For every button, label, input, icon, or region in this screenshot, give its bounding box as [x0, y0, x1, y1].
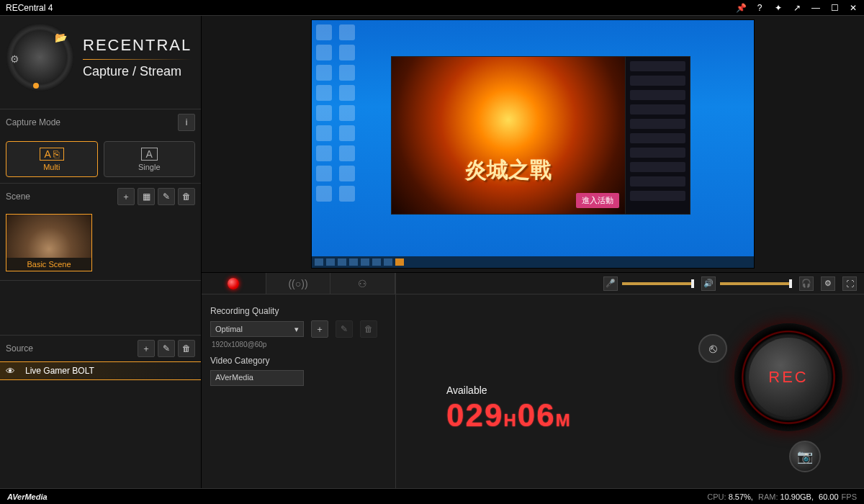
preview-area[interactable]: 炎城之戰 進入活動 — [202, 16, 864, 272]
content: 炎城之戰 進入活動 ((○)) ⚇ Recording Quality — [202, 16, 864, 488]
headphones-icon[interactable]: 🎧 — [799, 276, 814, 291]
footer-brand: AVerMedia — [7, 492, 48, 501]
source-head: Source ＋ ✎ 🗑 — [0, 336, 201, 361]
folder-icon[interactable]: 📂 — [55, 32, 67, 43]
single-icon: A — [141, 148, 158, 161]
minimize-icon[interactable]: — — [811, 3, 821, 13]
multi-icon: A ⎘ — [40, 148, 64, 161]
mixer-icon[interactable]: ⚙ — [821, 276, 835, 291]
quality-delete-button[interactable]: 🗑 — [360, 320, 377, 338]
game-window: 炎城之戰 進入活動 — [391, 56, 690, 215]
cpu-label: CPU: — [707, 492, 726, 501]
cpu-value: 8.57%, — [729, 492, 753, 501]
scene-item[interactable]: Basic Scene — [6, 214, 92, 271]
tab-stream[interactable]: ((○)) — [266, 273, 331, 294]
available-display: Available 029H06M — [446, 384, 572, 436]
popout-icon[interactable]: ↗ — [792, 3, 802, 13]
record-dot-icon — [228, 278, 239, 289]
mic-slider[interactable] — [622, 282, 694, 285]
recording-settings-panel: ((○)) ⚇ Recording Quality Optimal ▾ ＋ ✎ … — [202, 273, 396, 488]
record-button-label: REC — [749, 338, 828, 417]
scene-delete-button[interactable]: 🗑 — [178, 188, 195, 205]
recording-quality-select[interactable]: Optimal ▾ — [210, 321, 304, 337]
recording-quality-value: Optimal — [215, 325, 243, 333]
scene-edit-button[interactable]: ✎ — [158, 188, 175, 205]
available-hours: 029 — [446, 397, 503, 433]
minutes-unit: M — [556, 410, 572, 430]
source-label: Source — [6, 343, 33, 354]
capture-mode-label: Capture Mode — [6, 117, 60, 127]
window-title: RECentral 4 — [6, 3, 736, 13]
window-buttons: 📌 ? ✦ ↗ — ☐ ✕ — [736, 3, 858, 13]
scene-item-label: Basic Scene — [6, 258, 91, 271]
captured-desktop: 炎城之戰 進入活動 — [311, 19, 755, 269]
source-edit-button[interactable]: ✎ — [158, 340, 175, 357]
scene-grid-button[interactable]: ▦ — [138, 188, 155, 205]
tab-record[interactable] — [202, 273, 266, 294]
split-button[interactable]: ⎋ — [698, 334, 727, 363]
mode-label: Capture / Stream — [83, 64, 192, 79]
fps-label: FPS — [842, 492, 857, 501]
source-add-button[interactable]: ＋ — [138, 340, 155, 357]
record-button[interactable]: REC — [734, 323, 842, 431]
speaker-icon[interactable]: 🔊 — [701, 276, 716, 291]
pin-icon[interactable]: 📌 — [736, 3, 746, 13]
scene-label: Scene — [6, 192, 30, 202]
logo-area: ⚙ 📂 RECENTRAL Capture / Stream — [0, 16, 201, 109]
speaker-slider[interactable] — [720, 282, 792, 285]
mode-single-label: Single — [138, 163, 161, 171]
scene-thumbnail — [6, 215, 91, 258]
ram-label: RAM: — [758, 492, 778, 501]
tab-multistream[interactable]: ⚇ — [330, 273, 395, 294]
ram-value: 10.90GB, — [780, 492, 814, 501]
sidebar: ⚙ 📂 RECENTRAL Capture / Stream Capture M… — [0, 16, 202, 488]
brand-label: RECENTRAL — [83, 36, 192, 55]
capture-mode-head: Capture Mode i — [0, 109, 201, 135]
screenshot-button[interactable]: 📷 — [789, 441, 821, 472]
available-label: Available — [446, 384, 572, 396]
recording-quality-detail: 1920x1080@60p — [212, 341, 385, 348]
quality-edit-button[interactable]: ✎ — [336, 320, 353, 338]
network-icon: ⚇ — [358, 278, 367, 289]
pin2-icon[interactable]: ✦ — [773, 3, 783, 13]
recording-quality-label: Recording Quality — [210, 306, 387, 316]
source-delete-button[interactable]: 🗑 — [178, 340, 195, 357]
visibility-icon[interactable]: 👁 — [6, 366, 15, 377]
maximize-icon[interactable]: ☐ — [829, 3, 840, 13]
recording-control-panel: 🎤 🔊 🎧 ⚙ ⛶ Available 029H06M — [396, 273, 864, 488]
mode-multi-label: Multi — [43, 163, 60, 171]
category-input[interactable]: AVerMedia — [210, 370, 304, 386]
source-item[interactable]: 👁 Live Gamer BOLT — [0, 361, 201, 380]
game-title-text: 炎城之戰 — [465, 156, 552, 185]
fps-value: 60.00 — [819, 492, 839, 501]
mic-icon[interactable]: 🎤 — [603, 276, 618, 291]
category-label: Video Category — [210, 356, 387, 366]
info-icon[interactable]: i — [178, 114, 195, 131]
source-item-label: Live Gamer BOLT — [25, 366, 94, 376]
close-icon[interactable]: ✕ — [848, 3, 858, 13]
chevron-down-icon: ▾ — [294, 325, 299, 334]
titlebar: RECentral 4 📌 ? ✦ ↗ — ☐ ✕ — [0, 0, 864, 16]
mode-multi-button[interactable]: A ⎘ Multi — [6, 141, 98, 177]
quality-add-button[interactable]: ＋ — [311, 320, 328, 338]
mode-dial[interactable]: ⚙ 📂 — [6, 23, 74, 91]
hours-unit: H — [503, 410, 517, 430]
mode-single-button[interactable]: A Single — [104, 141, 196, 177]
scene-add-button[interactable]: ＋ — [117, 188, 135, 205]
scene-head: Scene ＋ ▦ ✎ 🗑 — [0, 184, 201, 210]
help-icon[interactable]: ? — [755, 3, 765, 13]
gear-icon[interactable]: ⚙ — [10, 53, 19, 65]
dial-indicator-icon — [33, 83, 39, 89]
available-minutes: 06 — [518, 397, 556, 433]
statusbar: AVerMedia CPU: 8.57%, RAM: 10.90GB, 60.0… — [0, 488, 864, 504]
game-cta-button: 進入活動 — [576, 193, 619, 208]
camera-icon: 📷 — [797, 449, 813, 464]
broadcast-icon: ((○)) — [288, 278, 307, 289]
fullscreen-icon[interactable]: ⛶ — [842, 276, 857, 291]
